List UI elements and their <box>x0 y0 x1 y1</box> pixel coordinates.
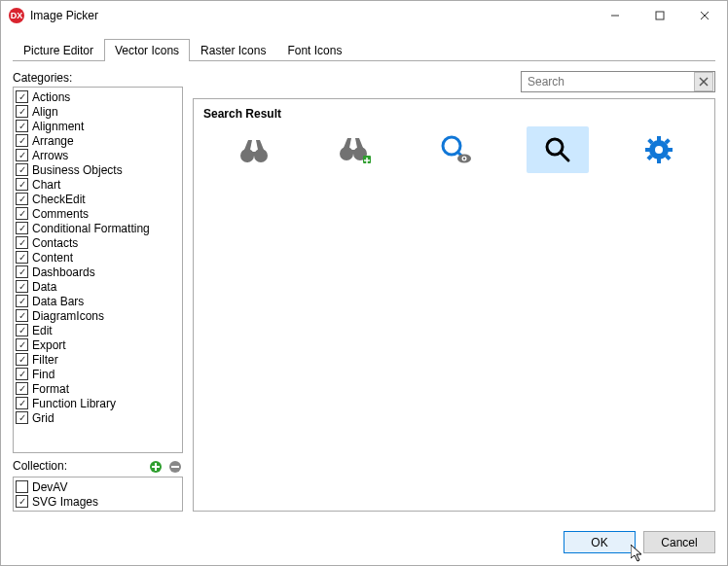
category-item[interactable]: ✓Edit <box>16 323 180 337</box>
svg-point-24 <box>463 158 465 159</box>
categories-label: Categories: <box>13 71 183 85</box>
svg-rect-28 <box>657 136 661 142</box>
minimize-button[interactable] <box>593 1 637 30</box>
checkbox-icon[interactable] <box>16 480 28 493</box>
category-label: Grid <box>32 411 55 425</box>
category-item[interactable]: ✓Export <box>16 337 180 352</box>
search-input[interactable] <box>522 73 693 90</box>
category-item[interactable]: ✓Arrows <box>16 148 180 162</box>
category-label: Data <box>32 280 56 294</box>
category-label: DiagramIcons <box>32 309 104 323</box>
tab-vector-icons[interactable]: Vector Icons <box>104 39 190 61</box>
category-label: Chart <box>32 178 60 192</box>
checkbox-icon[interactable]: ✓ <box>16 411 28 424</box>
maximize-button[interactable] <box>637 1 682 30</box>
checkbox-icon[interactable]: ✓ <box>16 178 28 191</box>
category-item[interactable]: ✓Comments <box>16 206 180 221</box>
magnifier-icon[interactable] <box>527 126 589 173</box>
category-item[interactable]: ✓Arrange <box>16 133 180 148</box>
results-title: Search Result <box>203 107 705 121</box>
category-label: Find <box>32 368 55 381</box>
checkbox-icon[interactable]: ✓ <box>16 222 28 234</box>
binoculars-icon[interactable] <box>223 126 285 173</box>
category-label: Export <box>32 338 66 352</box>
tab-bar: Picture Editor Vector Icons Raster Icons… <box>13 38 715 61</box>
categories-list[interactable]: ✓Actions✓Align✓Alignment✓Arrange✓Arrows✓… <box>13 87 183 453</box>
checkbox-icon[interactable]: ✓ <box>16 324 28 336</box>
category-label: Comments <box>32 207 89 221</box>
checkbox-icon[interactable]: ✓ <box>16 193 28 205</box>
checkbox-icon[interactable]: ✓ <box>16 265 28 278</box>
category-item[interactable]: ✓Find <box>16 367 180 381</box>
svg-rect-13 <box>251 152 257 156</box>
footer: OK Cancel <box>1 523 727 565</box>
checkbox-icon[interactable]: ✓ <box>16 382 28 395</box>
category-item[interactable]: ✓Business Objects <box>16 162 180 177</box>
category-label: Alignment <box>32 120 84 133</box>
category-item[interactable]: ✓Format <box>16 381 180 396</box>
collection-label: Collection: <box>13 459 67 473</box>
category-item[interactable]: ✓Chart <box>16 177 180 192</box>
category-label: Function Library <box>32 397 116 410</box>
gear-icon[interactable] <box>628 126 690 173</box>
checkbox-icon[interactable]: ✓ <box>16 207 28 220</box>
category-item[interactable]: ✓Alignment <box>16 119 180 133</box>
category-item[interactable]: ✓Actions <box>16 89 180 104</box>
binoculars-add-icon[interactable] <box>324 126 386 173</box>
tab-raster-icons[interactable]: Raster Icons <box>190 39 276 61</box>
checkbox-icon[interactable]: ✓ <box>16 280 28 293</box>
checkbox-icon[interactable]: ✓ <box>16 295 28 307</box>
category-item[interactable]: ✓DiagramIcons <box>16 308 180 323</box>
remove-collection-button[interactable] <box>167 459 183 475</box>
checkbox-icon[interactable]: ✓ <box>16 495 28 508</box>
collection-item[interactable]: DevAV <box>16 479 180 494</box>
category-item[interactable]: ✓Data <box>16 279 180 294</box>
ok-button[interactable]: OK <box>564 531 636 553</box>
category-item[interactable]: ✓Grid <box>16 410 180 425</box>
results-panel: Search Result <box>193 98 715 512</box>
category-label: Edit <box>32 324 53 337</box>
search-box <box>521 71 715 92</box>
category-label: Conditional Formatting <box>32 222 150 235</box>
category-item[interactable]: ✓CheckEdit <box>16 192 180 206</box>
collection-item[interactable]: ✓SVG Images <box>16 494 180 509</box>
category-item[interactable]: ✓Filter <box>16 352 180 367</box>
category-item[interactable]: ✓Align <box>16 104 180 119</box>
checkbox-icon[interactable]: ✓ <box>16 149 28 161</box>
category-label: CheckEdit <box>32 193 86 206</box>
checkbox-icon[interactable]: ✓ <box>16 368 28 380</box>
category-label: Actions <box>32 90 70 104</box>
category-label: Content <box>32 251 73 265</box>
search-clear-button[interactable] <box>694 72 713 91</box>
checkbox-icon[interactable]: ✓ <box>16 236 28 249</box>
magnifier-eye-icon[interactable] <box>425 126 488 173</box>
tab-picture-editor[interactable]: Picture Editor <box>13 39 104 61</box>
mouse-cursor <box>631 545 646 564</box>
app-icon: DX <box>9 8 24 23</box>
tab-font-icons[interactable]: Font Icons <box>276 39 352 61</box>
svg-line-26 <box>561 153 568 160</box>
category-label: Data Bars <box>32 295 84 308</box>
cancel-button[interactable]: Cancel <box>643 531 715 553</box>
checkbox-icon[interactable]: ✓ <box>16 105 28 118</box>
checkbox-icon[interactable]: ✓ <box>16 134 28 147</box>
category-item[interactable]: ✓Data Bars <box>16 294 180 308</box>
category-item[interactable]: ✓Conditional Formatting <box>16 221 180 235</box>
category-item[interactable]: ✓Contacts <box>16 235 180 250</box>
checkbox-icon[interactable]: ✓ <box>16 90 28 103</box>
checkbox-icon[interactable]: ✓ <box>16 353 28 366</box>
category-item[interactable]: ✓Dashboards <box>16 265 180 279</box>
checkbox-icon[interactable]: ✓ <box>16 120 28 132</box>
collection-list[interactable]: DevAV✓SVG Images <box>13 477 183 512</box>
category-item[interactable]: ✓Content <box>16 250 180 265</box>
checkbox-icon[interactable]: ✓ <box>16 338 28 351</box>
svg-marker-37 <box>631 545 641 561</box>
add-collection-button[interactable] <box>148 459 164 475</box>
checkbox-icon[interactable]: ✓ <box>16 163 28 176</box>
checkbox-icon[interactable]: ✓ <box>16 397 28 409</box>
category-label: Contacts <box>32 236 78 250</box>
close-button[interactable] <box>682 1 727 30</box>
category-item[interactable]: ✓Function Library <box>16 396 180 410</box>
checkbox-icon[interactable]: ✓ <box>16 251 28 264</box>
checkbox-icon[interactable]: ✓ <box>16 309 28 322</box>
